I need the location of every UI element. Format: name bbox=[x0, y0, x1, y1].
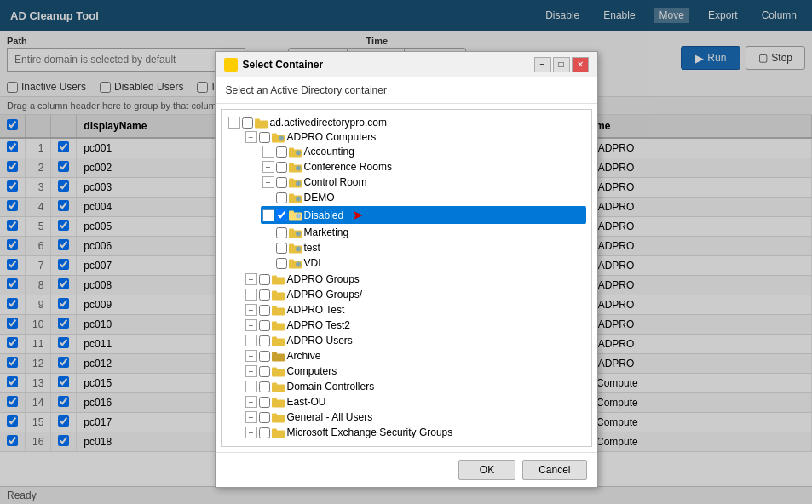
tree-expand-control-room[interactable]: + bbox=[262, 176, 274, 188]
tree-item-disabled: + Disabled bbox=[261, 205, 586, 225]
tree-row-marketing[interactable]: Marketing bbox=[261, 226, 586, 239]
tree-check-adpro-test[interactable] bbox=[259, 305, 270, 316]
tree-check-vdi[interactable] bbox=[276, 258, 287, 269]
tree-row-adpro-test[interactable]: + ADPRO Test bbox=[244, 303, 586, 317]
tree-check-adpro-computers[interactable] bbox=[259, 132, 270, 143]
tree-check-control-room[interactable] bbox=[276, 177, 287, 188]
tree-label-adpro-test: ADPRO Test bbox=[287, 304, 345, 316]
tree-expand-exchange[interactable]: + bbox=[245, 427, 257, 438]
tree-row-exchange[interactable]: + Microsoft Exchange Security Groups bbox=[244, 426, 586, 439]
tree-expand-accounting[interactable]: + bbox=[262, 146, 274, 158]
tree-item-adpro-test: + ADPRO Test bbox=[244, 302, 586, 318]
tree-expand-root[interactable]: − bbox=[228, 117, 240, 129]
modal-cancel-button[interactable]: Cancel bbox=[522, 460, 586, 480]
tree-check-disabled[interactable] bbox=[276, 209, 287, 220]
tree-folder-icon-conference bbox=[289, 162, 302, 173]
svg-rect-34 bbox=[272, 306, 277, 308]
tree-expand-general[interactable]: + bbox=[245, 411, 257, 423]
tree-row-disabled[interactable]: + Disabled bbox=[261, 206, 586, 224]
modal-tree-area[interactable]: − ad.activedirectorypro.com − bbox=[221, 109, 592, 447]
tree-expand-adpro-users[interactable]: + bbox=[245, 335, 257, 346]
tree-expand-adpro-computers[interactable]: − bbox=[245, 131, 257, 143]
tree-expand-adpro-groups[interactable]: + bbox=[245, 273, 257, 285]
tree-check-adpro-users[interactable] bbox=[259, 335, 270, 346]
tree-row-demo[interactable]: DEMO bbox=[261, 191, 586, 204]
tree-row-root[interactable]: − ad.activedirectorypro.com bbox=[227, 116, 586, 129]
tree-row-adpro-users[interactable]: + ADPRO Users bbox=[244, 334, 586, 347]
svg-rect-9 bbox=[289, 163, 294, 165]
tree-check-adpro-groups2[interactable] bbox=[259, 289, 270, 301]
tree-row-general[interactable]: + General - All Users bbox=[244, 410, 586, 424]
tree-expand-east-ou[interactable]: + bbox=[245, 396, 257, 408]
svg-rect-12 bbox=[289, 178, 294, 180]
tree-row-adpro-groups[interactable]: + ADPRO Groups bbox=[244, 272, 586, 286]
tree-label-control-room: Control Room bbox=[304, 176, 367, 188]
tree-label-vdi: VDI bbox=[304, 257, 321, 269]
modal-close-button[interactable]: ✕ bbox=[572, 57, 589, 72]
tree-expand-adpro-groups2[interactable]: + bbox=[245, 289, 257, 301]
svg-point-22 bbox=[296, 231, 301, 236]
modal-ok-button[interactable]: OK bbox=[458, 460, 515, 480]
tree-row-adpro-computers[interactable]: − ADPRO Computers bbox=[244, 130, 586, 144]
tree-row-conference[interactable]: + Conference Rooms bbox=[261, 160, 586, 174]
tree-expand-dc[interactable]: + bbox=[245, 381, 257, 392]
tree-row-archive[interactable]: + Archive bbox=[244, 349, 586, 363]
tree-label-archive: Archive bbox=[287, 350, 321, 362]
tree-check-demo[interactable] bbox=[276, 192, 287, 203]
tree-check-east-ou[interactable] bbox=[259, 397, 270, 408]
tree-folder-icon-control-room bbox=[289, 177, 302, 188]
svg-point-16 bbox=[296, 196, 301, 201]
modal-title-bar: Select Container − □ ✕ bbox=[216, 52, 597, 77]
modal-minimize-button[interactable]: − bbox=[534, 57, 551, 72]
svg-rect-3 bbox=[272, 133, 277, 135]
tree-check-marketing[interactable] bbox=[276, 227, 287, 238]
tree-folder-icon-vdi bbox=[289, 258, 302, 269]
tree-row-dc[interactable]: + Domain Controllers bbox=[244, 380, 586, 393]
tree-check-exchange[interactable] bbox=[259, 427, 270, 438]
tree-expand-adpro-test2[interactable]: + bbox=[245, 319, 257, 331]
svg-point-7 bbox=[296, 150, 301, 155]
modal-dialog: Select Container − □ ✕ Select an Active … bbox=[215, 51, 598, 488]
tree-folder-icon-accounting bbox=[289, 146, 302, 158]
tree-folder-icon-test bbox=[289, 243, 302, 254]
tree-check-accounting[interactable] bbox=[276, 146, 287, 158]
tree-label-computers: Computers bbox=[287, 365, 337, 377]
modal-title-left: Select Container bbox=[224, 58, 324, 72]
tree-row-computers[interactable]: + Computers bbox=[244, 364, 586, 378]
svg-rect-32 bbox=[272, 290, 277, 293]
svg-rect-21 bbox=[289, 228, 294, 231]
tree-item-root: − ad.activedirectorypro.com − bbox=[227, 115, 586, 441]
svg-rect-49 bbox=[272, 430, 285, 438]
svg-point-28 bbox=[296, 261, 301, 266]
tree-row-control-room[interactable]: + Control Room bbox=[261, 175, 586, 189]
tree-expand-adpro-test[interactable]: + bbox=[245, 304, 257, 316]
tree-row-test[interactable]: test bbox=[261, 241, 586, 255]
tree-expand-conference[interactable]: + bbox=[262, 161, 274, 173]
tree-children-adpro-computers: + Accounting bbox=[244, 144, 586, 271]
tree-item-dc: + Domain Controllers bbox=[244, 379, 586, 394]
tree-row-east-ou[interactable]: + East-OU bbox=[244, 395, 586, 409]
tree-row-vdi[interactable]: VDI bbox=[261, 256, 586, 270]
tree-check-adpro-groups[interactable] bbox=[259, 274, 270, 285]
tree-check-dc[interactable] bbox=[259, 381, 270, 392]
modal-maximize-button[interactable]: □ bbox=[553, 57, 570, 72]
tree-check-test[interactable] bbox=[276, 243, 287, 254]
tree-expand-disabled[interactable]: + bbox=[262, 209, 274, 221]
tree-check-computers[interactable] bbox=[259, 366, 270, 377]
tree-expand-archive[interactable]: + bbox=[245, 350, 257, 362]
svg-rect-43 bbox=[272, 384, 285, 392]
tree-check-adpro-test2[interactable] bbox=[259, 320, 270, 331]
tree-row-adpro-groups2[interactable]: + ADPRO Groups/ bbox=[244, 288, 586, 301]
tree-row-accounting[interactable]: + Accounting bbox=[261, 145, 586, 158]
tree-expand-computers[interactable]: + bbox=[245, 365, 257, 377]
tree-label-east-ou: East-OU bbox=[287, 396, 326, 408]
tree-label-dc: Domain Controllers bbox=[287, 381, 375, 392]
tree-check-general[interactable] bbox=[259, 412, 270, 423]
svg-rect-1 bbox=[255, 118, 260, 121]
tree-children-root: − ADPRO Computers bbox=[227, 129, 586, 440]
tree-check-root[interactable] bbox=[242, 117, 253, 129]
tree-check-archive[interactable] bbox=[259, 351, 270, 362]
svg-rect-39 bbox=[272, 353, 285, 361]
tree-row-adpro-test2[interactable]: + ADPRO Test2 bbox=[244, 318, 586, 332]
tree-check-conference[interactable] bbox=[276, 162, 287, 173]
